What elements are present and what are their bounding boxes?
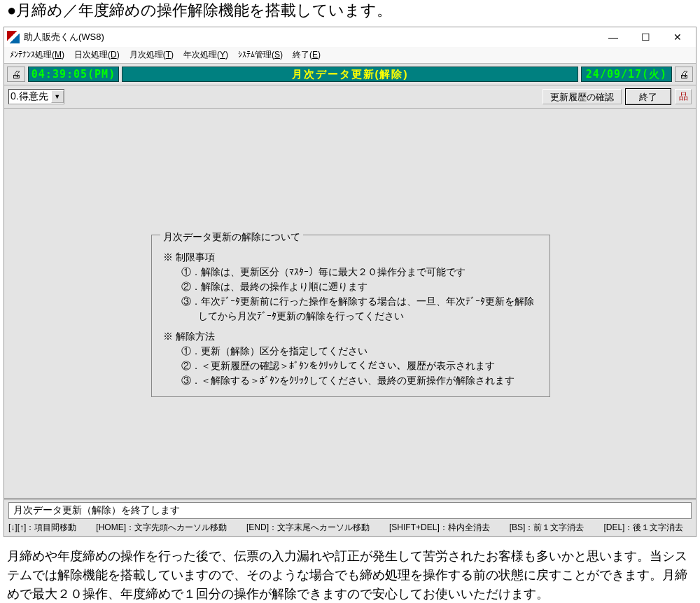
main-area: 月次データ更新の解除について ※ 制限事項 ①．解除は、更新区分（ﾏｽﾀｰ）毎に… [4,109,696,499]
menu-maintenance[interactable]: ﾒﾝﾃﾅﾝｽ処理(M) [10,49,64,61]
network-icon[interactable]: 品 [675,89,692,104]
titlebar: 助人販売くん(WS8) — ☐ ✕ [4,27,696,47]
key-hint: [SHIFT+DEL]：枠内全消去 [389,522,490,534]
restriction-item: ②．解除は、最終の操作より順に遡ります [181,279,541,294]
key-hint: [BS]：前１文字消去 [510,522,584,534]
category-dropdown[interactable]: 0.得意先 ▼ [8,89,64,104]
menu-yearly[interactable]: 年次処理(Y) [183,49,228,61]
app-window: 助人販売くん(WS8) — ☐ ✕ ﾒﾝﾃﾅﾝｽ処理(M) 日次処理(D) 月次… [4,27,696,537]
footer-description: 月締めや年度締めの操作を行った後で、伝票の入力漏れや訂正が発生して苦労されたお客… [0,537,700,603]
method-item: ①．更新（解除）区分を指定してください [181,344,541,359]
method-heading: ※ 解除方法 [163,329,541,344]
help-panel: 月次データ更新の解除について ※ 制限事項 ①．解除は、更新区分（ﾏｽﾀｰ）毎に… [151,235,550,397]
menubar: ﾒﾝﾃﾅﾝｽ処理(M) 日次処理(D) 月次処理(T) 年次処理(Y) ｼｽﾃﾑ… [4,47,696,64]
restrictions-heading: ※ 制限事項 [163,250,541,265]
key-hint: [DEL]：後１文字消去 [603,522,683,534]
quit-button[interactable]: 終了 [626,89,671,104]
dropdown-value: 0.得意先 [10,90,48,103]
maximize-button[interactable]: ☐ [630,29,661,45]
restriction-item: ③．年次ﾃﾞｰﾀ更新前に行った操作を解除する場合は、一旦、年次ﾃﾞｰﾀ更新を解除… [181,294,541,324]
time-display: 04:39:05(PM) [28,67,119,82]
restriction-item: ①．解除は、更新区分（ﾏｽﾀｰ）毎に最大２０操作分まで可能です [181,265,541,279]
printer-icon-right[interactable]: 🖨 [675,67,693,82]
screen-title: 月次データ更新(解除) [122,67,578,82]
history-confirm-button[interactable]: 更新履歴の確認 [542,89,622,104]
key-hints: [↓][↑]：項目間移動 [HOME]：文字先頭へカーソル移動 [END]：文字… [4,520,696,536]
chevron-down-icon[interactable]: ▼ [51,90,64,103]
page-heading: ●月締め／年度締めの操作解除機能を搭載しています。 [0,0,700,27]
printer-icon-left[interactable]: 🖨 [7,67,25,82]
menu-monthly[interactable]: 月次処理(T) [130,49,174,61]
menu-exit[interactable]: 終了(E) [293,49,321,61]
info-bar: 🖨 04:39:05(PM) 月次データ更新(解除) 24/09/17(火) 🖨 [4,64,696,85]
status-message: 月次データ更新（解除）を終了します [8,502,692,519]
minimize-button[interactable]: — [598,29,629,45]
app-icon [7,31,20,43]
key-hint: [HOME]：文字先頭へカーソル移動 [96,522,227,534]
window-title: 助人販売くん(WS8) [24,31,598,43]
date-display: 24/09/17(火) [581,67,672,82]
method-item: ②．＜更新履歴の確認＞ﾎﾞﾀﾝをｸﾘｯｸしてください、履歴が表示されます [181,359,541,373]
key-hint: [END]：文字末尾へカーソル移動 [246,522,370,534]
menu-daily[interactable]: 日次処理(D) [74,49,120,61]
toolbar: 0.得意先 ▼ 更新履歴の確認 終了 品 [4,85,696,109]
key-hint: [↓][↑]：項目間移動 [8,522,76,534]
help-legend: 月次データ更新の解除について [160,230,303,244]
status-bar: 月次データ更新（解除）を終了します [↓][↑]：項目間移動 [HOME]：文字… [4,499,696,536]
menu-system[interactable]: ｼｽﾃﾑ管理(S) [238,49,283,61]
close-button[interactable]: ✕ [662,29,693,45]
method-item: ③．＜解除する＞ﾎﾞﾀﾝをｸﾘｯｸしてください、最終の更新操作が解除されます [181,373,541,388]
